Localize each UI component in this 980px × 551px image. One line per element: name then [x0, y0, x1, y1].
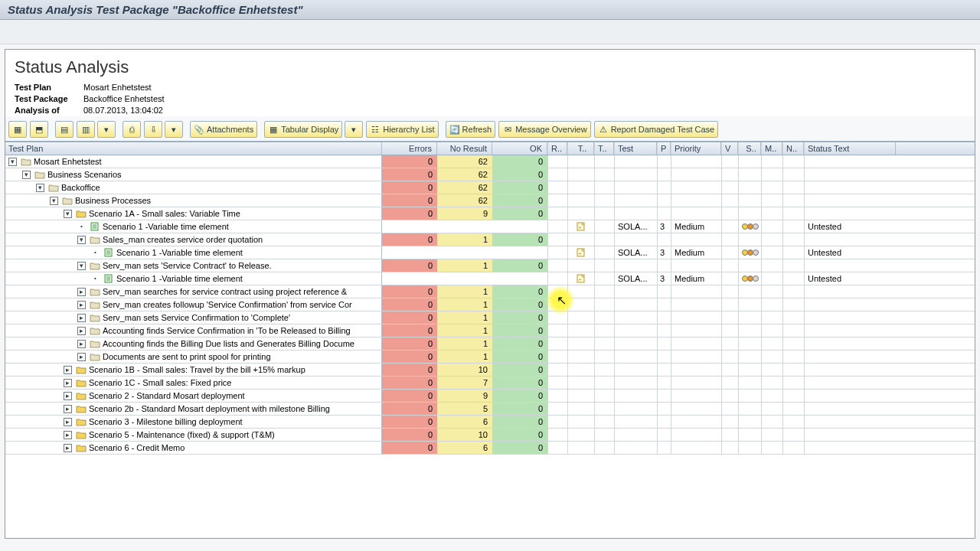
tree-cell[interactable]: ▾Business Processes: [5, 194, 382, 207]
table-row[interactable]: ▸Scenario 1B - Small sales: Travel by th…: [5, 364, 975, 377]
table-row[interactable]: ▸Serv_man creates followup 'Service Conf…: [5, 298, 975, 311]
table-row[interactable]: ▾Serv_man sets 'Service Contract' to Rel…: [5, 259, 975, 272]
table-row[interactable]: ▸Scenario 1C - Small sales: Fixed price0…: [5, 377, 975, 390]
tree-cell[interactable]: •Scenario 1 -Variable time element: [5, 246, 382, 259]
collapse-toggle[interactable]: ▾: [50, 197, 58, 205]
document-icon[interactable]: [577, 274, 586, 283]
table-row[interactable]: ▸Serv_man sets Service Confirmation to '…: [5, 311, 975, 324]
table-row[interactable]: •Scenario 1 -Variable time elementSOLA..…: [5, 246, 975, 259]
tabular-button[interactable]: ▦Tabular Display: [264, 121, 342, 138]
tree-cell[interactable]: ▸Accounting finds Service Confirmation i…: [5, 324, 382, 337]
col-test[interactable]: Test: [614, 142, 657, 155]
col-prio[interactable]: Priority: [671, 142, 721, 155]
table-row[interactable]: ▾Business Scenarios0620: [5, 168, 975, 181]
expand-toggle[interactable]: ▸: [77, 327, 86, 335]
tree-cell[interactable]: •Scenario 1 -Variable time element: [5, 272, 382, 285]
hierarchy-button[interactable]: ☷Hierarchy List: [366, 121, 438, 138]
tb-filter-button[interactable]: ▦: [8, 121, 27, 138]
expand-toggle[interactable]: ▸: [77, 340, 86, 348]
tree-cell[interactable]: ▾Sales_man creates service order quotati…: [5, 233, 382, 246]
table-row[interactable]: ▸Accounting finds Service Confirmation i…: [5, 324, 975, 337]
tree-cell[interactable]: ▸Scenario 6 - Credit Memo: [5, 442, 382, 454]
report-dmg-button[interactable]: ⚠Report Damaged Test Case: [594, 121, 719, 138]
tree-cell[interactable]: •Scenario 1 -Variable time element: [5, 220, 382, 233]
expand-toggle[interactable]: ▸: [64, 418, 72, 426]
table-row[interactable]: ▸Scenario 6 - Credit Memo060: [5, 442, 975, 455]
table-row[interactable]: ▸Scenario 2 - Standard Mosart deployment…: [5, 390, 975, 403]
tb-table-button[interactable]: ▤: [55, 121, 74, 138]
tree-cell[interactable]: ▸Serv_man sets Service Confirmation to '…: [5, 311, 382, 324]
tree-cell[interactable]: ▸Documents are sent to print spool for p…: [5, 350, 382, 363]
expand-toggle[interactable]: ▸: [64, 379, 72, 387]
document-icon[interactable]: [577, 248, 586, 257]
table-row[interactable]: ▾Mosart Enhetstest0620: [5, 155, 975, 168]
attachments-button[interactable]: 📎Attachments: [190, 121, 257, 138]
tree-cell[interactable]: ▸Scenario 5 - Maintenance (fixed) & supp…: [5, 429, 382, 441]
tb-excel-button[interactable]: ▥: [77, 121, 95, 138]
collapse-toggle[interactable]: ▾: [8, 158, 17, 166]
table-row[interactable]: ▾Sales_man creates service order quotati…: [5, 233, 975, 246]
cell-p: [657, 285, 671, 298]
tree-cell[interactable]: ▸Scenario 1B - Small sales: Travel by th…: [5, 364, 382, 376]
expand-toggle[interactable]: ▸: [77, 288, 86, 296]
col-t2[interactable]: T..: [594, 142, 614, 155]
expand-toggle[interactable]: ▸: [64, 431, 72, 439]
tree-cell[interactable]: ▸Scenario 1C - Small sales: Fixed price: [5, 377, 382, 389]
col-nores[interactable]: No Result: [437, 142, 492, 155]
expand-toggle[interactable]: ▸: [64, 366, 72, 374]
col-p[interactable]: P: [657, 142, 671, 155]
document-icon[interactable]: [577, 222, 586, 231]
table-row[interactable]: ▸Serv_man searches for service contract …: [5, 285, 975, 298]
table-row[interactable]: •Scenario 1 -Variable time elementSOLA..…: [5, 272, 975, 285]
tree-cell[interactable]: ▸Serv_man creates followup 'Service Conf…: [5, 298, 382, 311]
table-row[interactable]: ▾Backoffice0620: [5, 181, 975, 194]
col-v[interactable]: V: [721, 142, 738, 155]
expand-toggle[interactable]: ▸: [64, 405, 72, 413]
col-errors[interactable]: Errors: [382, 142, 437, 155]
expand-toggle[interactable]: ▸: [77, 301, 86, 309]
tree-cell[interactable]: ▸Scenario 2b - Standard Mosart deploymen…: [5, 403, 382, 415]
tabular-dd[interactable]: ▾: [345, 121, 363, 138]
msg-overview-button[interactable]: ✉Message Overview: [498, 121, 591, 138]
col-tree[interactable]: Test Plan: [5, 142, 382, 155]
tree-cell[interactable]: ▾Serv_man sets 'Service Contract' to Rel…: [5, 259, 382, 272]
table-row[interactable]: ▸Documents are sent to print spool for p…: [5, 350, 975, 364]
refresh-button[interactable]: 🔄Refresh: [446, 121, 496, 138]
col-ok[interactable]: OK: [492, 142, 547, 155]
tree-cell[interactable]: ▸Scenario 3 - Milestone billing deployme…: [5, 416, 382, 428]
table-row[interactable]: •Scenario 1 -Variable time elementSOLA..…: [5, 220, 975, 233]
table-row[interactable]: ▸Scenario 5 - Maintenance (fixed) & supp…: [5, 429, 975, 442]
col-m[interactable]: M..: [761, 142, 782, 155]
tree-cell[interactable]: ▸Serv_man searches for service contract …: [5, 285, 382, 298]
tb-print-button[interactable]: ⎙: [122, 121, 141, 138]
expand-toggle[interactable]: ▸: [64, 392, 72, 400]
table-row[interactable]: ▸Scenario 2b - Standard Mosart deploymen…: [5, 403, 975, 416]
tree-cell[interactable]: ▾Mosart Enhetstest: [5, 155, 382, 168]
tree-cell[interactable]: ▸Accounting finds the Billing Due lists …: [5, 337, 382, 350]
tree-cell[interactable]: ▾Scenario 1A - Small sales: Variable Tim…: [5, 207, 382, 220]
expand-toggle[interactable]: ▸: [64, 444, 72, 452]
col-t1[interactable]: T..: [567, 142, 594, 155]
collapse-toggle[interactable]: ▾: [36, 184, 44, 192]
collapse-toggle[interactable]: ▾: [64, 210, 72, 218]
col-s[interactable]: S..: [738, 142, 761, 155]
tree-cell[interactable]: ▸Scenario 2 - Standard Mosart deployment: [5, 390, 382, 402]
tb-export-dd[interactable]: ▾: [165, 121, 183, 138]
collapse-toggle[interactable]: ▾: [22, 171, 31, 179]
col-n[interactable]: N..: [782, 142, 804, 155]
col-status[interactable]: Status Text: [804, 142, 896, 155]
table-row[interactable]: ▾Scenario 1A - Small sales: Variable Tim…: [5, 207, 975, 220]
tb-nav-button[interactable]: ⬒: [30, 121, 48, 138]
tree-cell[interactable]: ▾Backoffice: [5, 181, 382, 194]
collapse-toggle[interactable]: ▾: [77, 262, 86, 270]
tb-export-button[interactable]: ⇩: [144, 121, 162, 138]
table-row[interactable]: ▾Business Processes0620: [5, 194, 975, 207]
expand-toggle[interactable]: ▸: [77, 353, 86, 361]
table-row[interactable]: ▸Accounting finds the Billing Due lists …: [5, 337, 975, 350]
tb-excel-dd[interactable]: ▾: [97, 121, 116, 138]
col-r[interactable]: R..: [547, 142, 567, 155]
expand-toggle[interactable]: ▸: [77, 314, 86, 322]
table-row[interactable]: ▸Scenario 3 - Milestone billing deployme…: [5, 416, 975, 429]
tree-cell[interactable]: ▾Business Scenarios: [5, 168, 382, 181]
collapse-toggle[interactable]: ▾: [77, 236, 86, 244]
